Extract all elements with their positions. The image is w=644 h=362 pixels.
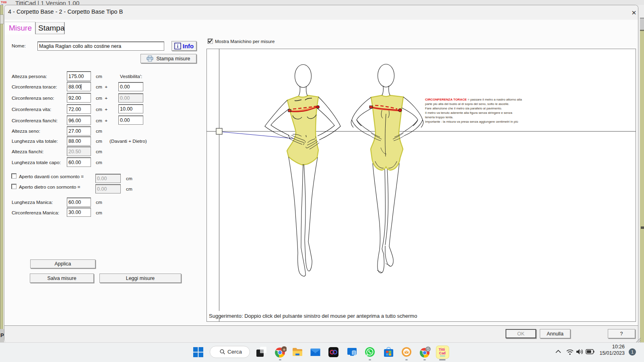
svg-text:CIRCONFERENZA TORACE = passare: CIRCONFERENZA TORACE = passare il metro … [425,98,522,101]
svg-text:Importante : la misura va pres: Importante : la misura va presa senza ag… [425,120,518,123]
svg-text:Il metro va tenuto aderente al: Il metro va tenuto aderente alla figura … [425,111,512,115]
svg-text:tenerla troppo lenta.: tenerla troppo lenta. [425,115,453,119]
svg-text:parte più alta del busto al di: parte più alta del busto al di sopra del… [425,102,509,106]
svg-text:Fare attenzione che il metro s: Fare attenzione che il metro sia paralle… [425,107,502,110]
